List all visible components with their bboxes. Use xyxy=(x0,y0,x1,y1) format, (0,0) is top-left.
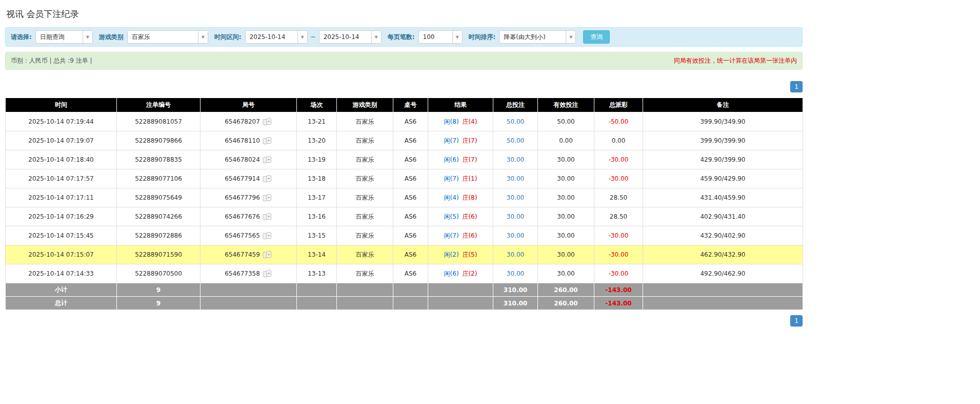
session-number: 13-18 xyxy=(308,175,326,182)
bet-time: 2025-10-14 07:15:45 xyxy=(28,232,93,239)
chevron-down-icon[interactable]: ▼ xyxy=(83,31,92,43)
cell-result: 闲(7) 庄(7) xyxy=(428,131,493,150)
result-player: 闲(2) xyxy=(444,251,459,258)
cell-session: 13-16 xyxy=(297,207,337,226)
total-bet-link[interactable]: 30.00 xyxy=(507,213,524,220)
round-number: 654677565 xyxy=(225,232,260,239)
chevron-down-icon[interactable]: ▼ xyxy=(297,31,307,43)
table-body: 2025-10-14 07:19:44 522889081057 6546782… xyxy=(6,112,803,283)
bet-time: 2025-10-14 07:16:29 xyxy=(28,213,93,220)
cell-bet-id: 522889071590 xyxy=(117,245,201,264)
header-game-type: 游戏类别 xyxy=(337,98,393,112)
date-to-field[interactable]: ▼ xyxy=(319,30,382,44)
cell-time: 2025-10-14 07:19:44 xyxy=(6,112,117,131)
bet-id: 522889072886 xyxy=(135,232,182,239)
total-bet-link[interactable]: 30.00 xyxy=(507,251,524,258)
session-number: 13-13 xyxy=(308,270,326,277)
total-bet-link[interactable]: 30.00 xyxy=(507,156,524,163)
page-size-input[interactable] xyxy=(419,31,452,43)
cell-game-type: 百家乐 xyxy=(337,264,393,283)
round-result-icon[interactable] xyxy=(263,213,272,221)
payout-value: -30.00 xyxy=(609,251,629,258)
table-number: AS6 xyxy=(405,118,416,125)
page-button-1[interactable]: 1 xyxy=(790,81,803,92)
table-row: 2025-10-14 07:15:45 522889072886 6546775… xyxy=(6,226,803,245)
cell-table-no: AS6 xyxy=(393,188,428,207)
total-bet-link[interactable]: 30.00 xyxy=(507,194,524,201)
date-from-field[interactable]: ▼ xyxy=(245,30,308,44)
total-valid-bet: 260.00 xyxy=(538,297,594,310)
cell-bet-id: 522889074266 xyxy=(117,207,201,226)
round-result-icon[interactable] xyxy=(263,251,272,259)
header-payout: 总派彩 xyxy=(594,98,643,112)
cell-bet-id: 522889077106 xyxy=(117,169,201,188)
chevron-down-icon[interactable]: ▼ xyxy=(371,31,381,43)
sort-order-value: 降幂(由大到小) xyxy=(499,33,566,42)
cell-time: 2025-10-14 07:17:57 xyxy=(6,169,117,188)
session-number: 13-17 xyxy=(308,194,326,201)
cell-session: 13-20 xyxy=(297,131,337,150)
cell-total-bet: 30.00 xyxy=(493,169,538,188)
chevron-down-icon[interactable]: ▼ xyxy=(452,31,462,43)
cell-table-no: AS6 xyxy=(393,169,428,188)
cell-total-bet: 30.00 xyxy=(493,150,538,169)
round-result-icon[interactable] xyxy=(263,175,272,183)
date-from-input[interactable] xyxy=(246,31,297,43)
cell-valid-bet: 30.00 xyxy=(538,169,594,188)
cell-time: 2025-10-14 07:18:40 xyxy=(6,150,117,169)
cell-valid-bet: 30.00 xyxy=(538,207,594,226)
cell-session: 13-19 xyxy=(297,150,337,169)
header-remark: 备注 xyxy=(643,98,803,112)
game-type-value: 百家乐 xyxy=(356,232,374,239)
total-bet-link[interactable]: 30.00 xyxy=(507,175,524,182)
cell-payout: -30.00 xyxy=(594,226,643,245)
game-type-select[interactable]: 百家乐 ▼ xyxy=(127,30,208,44)
cell-game-type: 百家乐 xyxy=(337,226,393,245)
payout-value: -50.00 xyxy=(609,118,629,125)
chevron-down-icon[interactable]: ▼ xyxy=(566,31,575,43)
cell-total-bet: 50.00 xyxy=(493,131,538,150)
page-size-field[interactable]: ▼ xyxy=(418,30,463,44)
round-result-icon[interactable] xyxy=(263,232,272,240)
cell-result: 闲(7) 庄(1) xyxy=(428,169,493,188)
round-result-icon[interactable] xyxy=(263,194,272,202)
total-bet-link[interactable]: 30.00 xyxy=(507,232,524,239)
bet-time: 2025-10-14 07:17:57 xyxy=(28,175,93,182)
cell-payout: -50.00 xyxy=(594,112,643,131)
table-row: 2025-10-14 07:17:57 522889077106 6546779… xyxy=(6,169,803,188)
result-player: 闲(7) xyxy=(444,232,459,239)
result-player: 闲(7) xyxy=(444,137,459,144)
cell-result: 闲(5) 庄(6) xyxy=(428,207,493,226)
date-to-input[interactable] xyxy=(319,31,371,43)
cell-session: 13-18 xyxy=(297,169,337,188)
cell-round: 654677459 xyxy=(201,245,297,264)
remark-value: 429.90/399.90 xyxy=(700,156,745,163)
round-result-icon[interactable] xyxy=(263,137,272,145)
total-bet-link[interactable]: 30.00 xyxy=(507,270,524,277)
total-bet-link[interactable]: 50.00 xyxy=(507,118,524,125)
cell-time: 2025-10-14 07:19:07 xyxy=(6,131,117,150)
total-row: 总计 9 310.00 260.00 -143.00 xyxy=(6,297,803,310)
result-player: 闲(6) xyxy=(444,270,459,277)
cell-remark: 492.90/462.90 xyxy=(643,264,803,283)
cell-round: 654678207 xyxy=(201,112,297,131)
table-row: 2025-10-14 07:14:33 522889070500 6546773… xyxy=(6,264,803,283)
cell-table-no: AS6 xyxy=(393,264,428,283)
valid-bet-notice: 同局有效投注，统一计算在该局第一张注单内 xyxy=(674,56,797,65)
cell-payout: -30.00 xyxy=(594,245,643,264)
sort-order-select[interactable]: 降幂(由大到小) ▼ xyxy=(499,30,576,44)
chevron-down-icon[interactable]: ▼ xyxy=(198,31,208,43)
round-result-icon[interactable] xyxy=(263,118,272,126)
search-button[interactable]: 查询 xyxy=(583,30,610,44)
cell-bet-id: 522889072886 xyxy=(117,226,201,245)
total-bet-link[interactable]: 50.00 xyxy=(507,137,524,144)
page-button-1[interactable]: 1 xyxy=(790,315,803,326)
round-result-icon[interactable] xyxy=(263,270,272,278)
query-type-select[interactable]: 日期查询 ▼ xyxy=(35,30,93,44)
valid-bet-value: 30.00 xyxy=(557,270,574,277)
cell-session: 13-17 xyxy=(297,188,337,207)
header-table-no: 桌号 xyxy=(393,98,428,112)
currency-summary-text: 币别 : 人民币 | 总共 :9 注单 | xyxy=(11,56,92,65)
round-result-icon[interactable] xyxy=(263,156,272,164)
subtotal-total-bet: 310.00 xyxy=(493,283,538,297)
